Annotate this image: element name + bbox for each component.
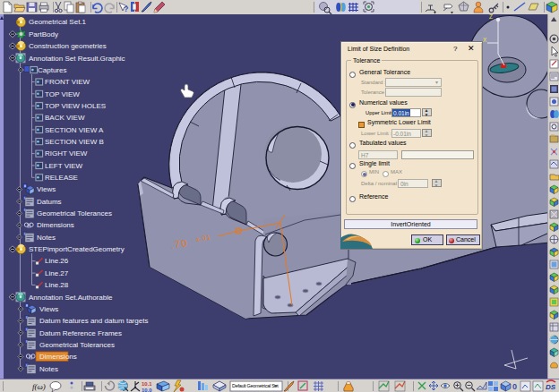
svg-text:0: 0 — [512, 382, 517, 391]
svg-text:Annotation Set Result.Graphic: Annotation Set Result.Graphic — [29, 55, 125, 63]
svg-text:Line.28: Line.28 — [45, 281, 69, 289]
svg-text:f(ω): f(ω) — [32, 382, 46, 391]
svg-text:LEFT VIEW: LEFT VIEW — [45, 162, 83, 170]
svg-text:Notes: Notes — [37, 234, 56, 242]
svg-text:Views: Views — [37, 185, 56, 193]
svg-text:Datum features and datum targe: Datum features and datum targets — [39, 317, 148, 325]
svg-text:BACK VIEW: BACK VIEW — [45, 114, 85, 122]
svg-text:Dimensions: Dimensions — [37, 221, 74, 229]
svg-text:10.1: 10.1 — [142, 381, 152, 387]
svg-text:RIGHT VIEW: RIGHT VIEW — [45, 149, 88, 158]
svg-text:Line.27: Line.27 — [45, 269, 69, 277]
svg-text:Dimensions: Dimensions — [39, 353, 77, 361]
svg-text:Default Geometrical Set: Default Geometrical Set — [232, 383, 279, 388]
svg-text:TOP VIEW HOLES: TOP VIEW HOLES — [45, 102, 106, 110]
svg-text:SECTION VIEW B: SECTION VIEW B — [45, 138, 104, 146]
svg-text:Datum Reference Frames: Datum Reference Frames — [39, 329, 122, 337]
svg-text:Construction geometries: Construction geometries — [29, 42, 107, 50]
svg-text:TOP VIEW: TOP VIEW — [45, 90, 80, 98]
svg-text:RELEASE: RELEASE — [45, 174, 78, 182]
svg-text:10.0: 10.0 — [142, 388, 152, 392]
svg-text:Annotation Set.Authorable: Annotation Set.Authorable — [29, 294, 113, 302]
svg-text:SECTION VIEW A: SECTION VIEW A — [45, 126, 104, 134]
svg-text:STEPimportCreatedGeometry: STEPimportCreatedGeometry — [29, 245, 125, 253]
svg-text:PartBody: PartBody — [29, 30, 58, 38]
svg-text:Captures: Captures — [38, 66, 66, 74]
svg-text:Geometrical Tolerances: Geometrical Tolerances — [39, 341, 115, 349]
svg-text:FRONT VIEW: FRONT VIEW — [45, 78, 90, 86]
svg-text:?: ? — [124, 4, 129, 13]
svg-text:DS: DS — [546, 383, 556, 391]
svg-text:Datums: Datums — [37, 198, 62, 206]
svg-text:Views: Views — [39, 305, 58, 313]
svg-text:Line.26: Line.26 — [45, 257, 69, 265]
svg-text:Geometrical Set.1: Geometrical Set.1 — [29, 18, 87, 26]
svg-text:Notes: Notes — [39, 365, 58, 373]
svg-text:Geometrical Tolerances: Geometrical Tolerances — [37, 209, 112, 217]
